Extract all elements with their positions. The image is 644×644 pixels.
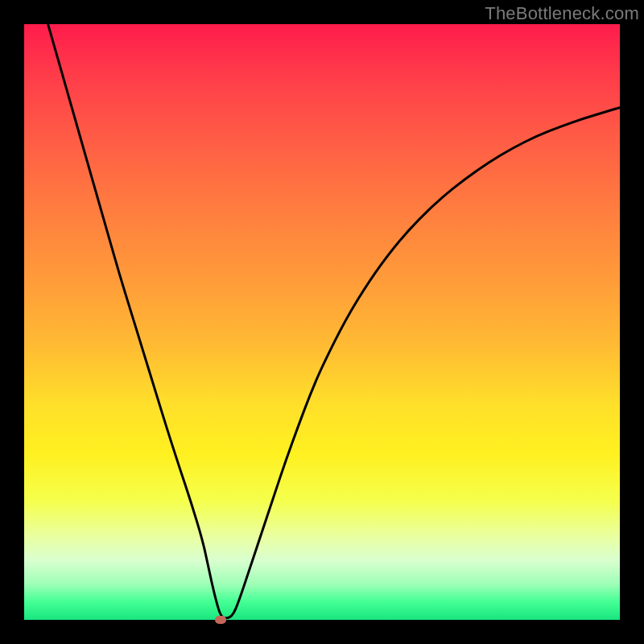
curve-svg: [24, 24, 620, 620]
watermark-text: TheBottleneck.com: [485, 3, 639, 24]
bottleneck-curve: [48, 24, 620, 618]
plot-area: [24, 24, 620, 620]
chart-frame: TheBottleneck.com: [0, 0, 644, 644]
optimum-marker: [215, 616, 226, 624]
